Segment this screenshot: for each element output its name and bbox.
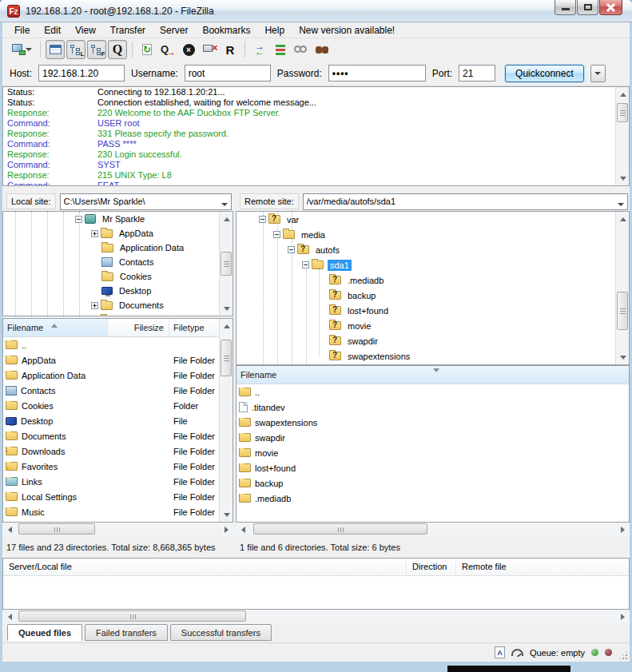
scroll-left-button[interactable]: [2, 610, 16, 623]
expand-icon[interactable]: [91, 230, 98, 237]
log-vertical-scrollbar[interactable]: [615, 87, 629, 185]
cancel-button[interactable]: ×: [179, 40, 198, 59]
file-row[interactable]: ↓Downloads File Folder: [3, 443, 221, 459]
scroll-left-button[interactable]: [236, 523, 249, 536]
scroll-right-button[interactable]: [616, 610, 630, 623]
scroll-up-button[interactable]: [616, 212, 630, 225]
menu-new-version[interactable]: New version available!: [292, 23, 402, 38]
tree-item-label[interactable]: Application Data: [117, 242, 186, 253]
quickconnect-dropdown-button[interactable]: [590, 65, 606, 82]
scroll-down-button[interactable]: [220, 302, 233, 316]
scrollbar-thumb[interactable]: [617, 103, 628, 122]
tree-item-label[interactable]: swapdir: [345, 336, 380, 347]
tree-item-label[interactable]: Desktop: [117, 285, 153, 296]
local-tree-vertical-scrollbar[interactable]: [219, 212, 233, 316]
tree-item-media[interactable]: media: [237, 227, 615, 242]
local-site-combobox[interactable]: C:\Users\Mr Sparkle\: [60, 193, 232, 210]
menu-view[interactable]: View: [68, 23, 103, 38]
refresh-button[interactable]: ↻: [137, 40, 157, 59]
tree-item-application-data[interactable]: Application Data: [3, 241, 219, 255]
tree-item-label[interactable]: var: [284, 214, 301, 225]
local-list-horizontal-scrollbar[interactable]: [2, 523, 233, 536]
menu-bookmarks[interactable]: Bookmarks: [195, 23, 257, 38]
file-row[interactable]: Application Data File Folder: [3, 368, 221, 383]
tree-item-label[interactable]: lost+found: [345, 305, 391, 316]
tree-item-label[interactable]: AppData: [117, 228, 156, 239]
file-row[interactable]: lost+found: [237, 460, 630, 475]
close-button[interactable]: [599, 0, 622, 15]
tree-item-label-selected[interactable]: sda1: [328, 260, 352, 271]
column-header-server-local-file[interactable]: Server/Local file: [3, 559, 407, 575]
collapse-icon[interactable]: [288, 246, 295, 253]
file-row[interactable]: swapdir: [237, 430, 630, 445]
toggle-remote-tree-button[interactable]: F: [87, 40, 106, 59]
file-row[interactable]: .mediadb: [237, 491, 630, 506]
site-manager-button[interactable]: [8, 40, 35, 59]
column-header-filename[interactable]: Filename: [237, 366, 629, 384]
file-row[interactable]: movie: [237, 445, 630, 460]
tree-item-movie[interactable]: ? movie: [237, 318, 615, 333]
file-row[interactable]: Desktop File: [3, 413, 221, 428]
scroll-up-button[interactable]: [616, 87, 630, 101]
password-input[interactable]: [328, 65, 426, 82]
file-row[interactable]: ..: [237, 384, 630, 400]
tree-item-mediadb[interactable]: ? .mediadb: [237, 272, 615, 288]
menu-help[interactable]: Help: [257, 23, 292, 38]
tree-item-label[interactable]: autofs: [313, 245, 342, 256]
local-list-vertical-scrollbar[interactable]: [219, 319, 233, 522]
tree-item-cookies[interactable]: Cookies: [3, 269, 219, 284]
collapse-icon[interactable]: [273, 231, 280, 238]
title-bar[interactable]: Fz 192.168.1.20 - root@192.168.1.20 - Fi…: [0, 0, 632, 22]
tree-item-mr-sparkle[interactable]: Mr Sparkle: [3, 212, 219, 226]
username-input[interactable]: [185, 65, 271, 82]
tree-item-var[interactable]: ? var: [237, 212, 615, 227]
file-row[interactable]: backup: [237, 475, 630, 491]
tree-item-label[interactable]: .mediadb: [345, 275, 386, 286]
quickconnect-button[interactable]: Quickconnect: [505, 65, 584, 82]
scrollbar-thumb[interactable]: [221, 252, 232, 276]
tree-item-sda1[interactable]: sda1: [237, 257, 615, 272]
tree-item-swapextensions[interactable]: ? swapextensions: [237, 348, 615, 364]
filter-button[interactable]: [271, 40, 290, 59]
toggle-message-log-button[interactable]: [46, 40, 65, 59]
tree-item-label[interactable]: swapextensions: [345, 351, 412, 362]
scrollbar-thumb[interactable]: [18, 523, 95, 535]
collapse-icon[interactable]: [259, 216, 266, 223]
tab-failed-transfers[interactable]: Failed transfers: [85, 624, 168, 641]
tree-item-label[interactable]: Contacts: [117, 256, 156, 268]
file-row[interactable]: Local Settings File Folder: [3, 489, 221, 504]
tab-queued-files[interactable]: Queued files: [7, 624, 82, 641]
scrollbar-thumb[interactable]: [617, 292, 628, 330]
tree-item-label[interactable]: media: [299, 229, 328, 241]
tree-item-desktop[interactable]: Desktop: [3, 284, 219, 298]
reconnect-button[interactable]: R: [221, 40, 240, 59]
menu-transfer[interactable]: Transfer: [103, 23, 153, 38]
maximize-button[interactable]: [577, 0, 598, 15]
tree-item-label[interactable]: Cookies: [117, 271, 154, 282]
toggle-queue-button[interactable]: Q: [108, 40, 127, 59]
synchronized-browsing-button[interactable]: [292, 40, 311, 59]
tree-item-label[interactable]: backup: [345, 290, 378, 301]
tree-item-label[interactable]: movie: [345, 320, 373, 332]
remote-site-combobox[interactable]: /var/media/autofs/sda1: [303, 193, 628, 210]
menu-file[interactable]: File: [7, 23, 37, 38]
file-row[interactable]: Documents File Folder: [3, 428, 221, 443]
host-input[interactable]: [38, 65, 125, 82]
transfer-type-icon[interactable]: A: [495, 646, 505, 658]
tree-item-label[interactable]: Mr Sparkle: [100, 213, 147, 225]
file-row[interactable]: Links File Folder: [3, 474, 221, 489]
tree-item-lost-found[interactable]: ? lost+found: [237, 303, 615, 318]
tree-item-label[interactable]: Documents: [117, 300, 166, 311]
tree-item-swapdir[interactable]: ? swapdir: [237, 333, 615, 348]
scroll-down-button[interactable]: [616, 351, 630, 364]
tree-item-label[interactable]: Downloads: [117, 314, 165, 316]
column-header-direction[interactable]: Direction: [407, 559, 456, 575]
scroll-right-button[interactable]: [220, 523, 233, 536]
port-input[interactable]: [459, 65, 495, 82]
queue-horizontal-scrollbar[interactable]: [2, 610, 630, 623]
tree-item-autofs[interactable]: ? autofs: [237, 242, 615, 257]
column-header-filesize[interactable]: Filesize: [108, 319, 169, 336]
file-row[interactable]: Cookies Folder: [3, 398, 221, 413]
find-button[interactable]: [312, 40, 332, 59]
tree-item-downloads[interactable]: ↓ Downloads: [3, 312, 219, 316]
